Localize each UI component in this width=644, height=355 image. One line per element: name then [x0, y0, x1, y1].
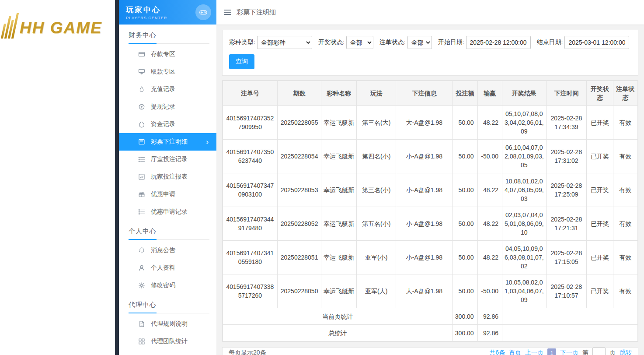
topbar: 彩票下注明细 — [216, 0, 644, 25]
query-button[interactable]: 查询 — [229, 54, 254, 69]
sidebar-item-label: 个人资料 — [151, 264, 175, 272]
cell-lottery-name: 幸运飞艇新 — [321, 173, 357, 207]
sidebar-item-change-password[interactable]: 修改密码 — [119, 277, 216, 294]
sidebar-item-promo-apply-records[interactable]: 优惠申请记录 — [119, 203, 216, 221]
column-header: 注单号 — [223, 81, 278, 106]
sidebar-item-label: 取款专区 — [151, 68, 175, 76]
cell-order-status: 有效 — [613, 173, 637, 207]
cell-play-type: 第三名(大) — [356, 106, 396, 140]
column-header: 投注额 — [453, 81, 477, 106]
current-page-indicator[interactable]: 1 — [547, 348, 556, 355]
cell-draw-result: 10,05,08,02,01,03,04,06,07,09 — [502, 274, 546, 308]
draw-status-select[interactable]: 全部 — [346, 36, 373, 49]
cell-win-loss: 48.22 — [477, 241, 502, 274]
cell-bet-amount: 50.00 — [453, 106, 477, 140]
sidebar-item-profile[interactable]: 个人资料 — [119, 259, 216, 277]
sidebar-item-withdraw-records[interactable]: 提现记录 — [119, 98, 216, 116]
sidebar-item-label: 消息公告 — [151, 246, 175, 254]
gamepad-icon — [195, 4, 211, 20]
end-date-input[interactable] — [564, 36, 629, 49]
cell-draw-status: 已开奖 — [587, 106, 613, 140]
cell-win-loss: -50.00 — [477, 140, 502, 173]
cell-draw-result: 10,08,01,02,04,07,06,05,09,03 — [502, 173, 546, 207]
cell-period: 20250228052 — [277, 207, 321, 241]
sidebar-item-label: 提现记录 — [151, 103, 175, 111]
jump-page-input[interactable] — [592, 348, 606, 355]
cell-play-type: 第四名(小) — [356, 140, 396, 173]
cell-bet-time: 2025-02-28 17:21:31 — [546, 207, 587, 241]
start-date-input[interactable] — [466, 36, 531, 49]
logo: HH GAME — [0, 0, 115, 39]
table-row: 40156917407352790995020250228055幸运飞艇新第三名… — [223, 106, 638, 140]
sidebar-item-label: 厅室投注记录 — [151, 155, 188, 163]
cell-bet-time: 2025-02-28 17:34:39 — [546, 106, 587, 140]
sidebar-header: 玩家中心 PLAYERS CENTER — [119, 0, 216, 25]
table-header-row: 注单号期数彩种名称玩法下注信息投注额输赢开奖结果下注时间开奖状态注单状态 — [223, 81, 638, 106]
sidebar-item-agent-rules[interactable]: 代理规则说明 — [119, 315, 216, 333]
cell-play-type: 亚军(小) — [356, 241, 396, 274]
prev-page-link[interactable]: 上一页 — [525, 349, 543, 355]
cell-bet-amount: 50.00 — [453, 241, 477, 274]
lottery-type-label: 彩种类型: — [229, 39, 255, 46]
sidebar-section-title: 财务中心 — [129, 31, 209, 44]
cell-bet-info: 小-A盘@1.98 — [396, 241, 453, 274]
bell-icon — [138, 247, 145, 254]
sidebar-item-promo-apply[interactable]: 优惠申请 — [119, 186, 216, 203]
sidebar: 玩家中心 PLAYERS CENTER 财务中心存款专区取款专区充值记录提现记录… — [119, 0, 216, 355]
grid-icon — [138, 338, 145, 345]
summary-row-current-page: 当前页统计300.0092.86 — [223, 308, 638, 325]
summary-label: 当前页统计 — [223, 308, 453, 325]
first-page-link[interactable]: 首页 — [509, 349, 521, 355]
sidebar-item-agent-team-stats[interactable]: 代理团队统计 — [119, 333, 216, 350]
summary-empty — [502, 308, 637, 325]
summary-label: 总统计 — [223, 325, 453, 341]
cell-order-no: 401569174073470903100 — [223, 173, 278, 207]
cell-draw-status: 已开奖 — [587, 140, 613, 173]
sidebar-item-deposit-zone[interactable]: 存款专区 — [119, 46, 216, 63]
sidebar-item-announcements[interactable]: 消息公告 — [119, 242, 216, 259]
cell-win-loss: -50.00 — [477, 274, 502, 308]
lottery-type-select[interactable]: 全部彩种 — [257, 36, 312, 49]
cell-draw-status: 已开奖 — [587, 207, 613, 241]
cashout-icon — [138, 103, 145, 110]
cell-lottery-name: 幸运飞艇新 — [321, 140, 357, 173]
cell-order-no: 401569174073385717260 — [223, 274, 278, 308]
cell-period: 20250228054 — [277, 140, 321, 173]
cell-bet-amount: 50.00 — [453, 207, 477, 241]
cell-play-type: 第三名(小) — [356, 173, 396, 207]
bet-table-summary: 当前页统计300.0092.86总统计300.0092.86 — [223, 308, 638, 341]
sidebar-section-title: 代理中心 — [129, 301, 209, 313]
deposit-icon — [138, 51, 145, 58]
cell-win-loss: 48.22 — [477, 173, 502, 207]
jump-prefix-label: 第 — [582, 349, 588, 355]
report-chart-icon — [138, 173, 145, 180]
column-header: 输赢 — [477, 81, 502, 106]
order-status-label: 注单状态: — [379, 39, 406, 46]
jump-suffix-label: 页 — [609, 349, 616, 355]
sidebar-item-label: 资金记录 — [151, 120, 175, 128]
menu-toggle-icon[interactable] — [224, 10, 231, 15]
sidebar-item-lottery-bet-details[interactable]: 彩票下注明细› — [119, 133, 216, 151]
sidebar-item-withdraw-zone[interactable]: 取款专区 — [119, 63, 216, 81]
column-header: 玩法 — [356, 81, 396, 106]
sidebar-item-label: 彩票下注明细 — [151, 138, 188, 146]
filter-panel: 彩种类型: 全部彩种 开奖状态: 全部 注单状态: 全部 开始日期: 结束日期 — [222, 30, 638, 76]
table-row: 40156917407341055918020250228051幸运飞艇新亚军(… — [223, 241, 638, 274]
page-title: 彩票下注明细 — [237, 8, 276, 17]
sidebar-item-recharge-records[interactable]: 充值记录 — [119, 81, 216, 98]
column-header: 彩种名称 — [321, 81, 357, 106]
logo-text: HH GAME — [20, 20, 102, 39]
sidebar-item-hall-bet-records[interactable]: 厅室投注记录 — [119, 151, 216, 168]
cell-order-no: 401569174073527909950 — [223, 106, 278, 140]
sidebar-item-label: 充值记录 — [151, 85, 175, 93]
sidebar-item-player-bet-report[interactable]: 玩家投注报表 — [119, 168, 216, 186]
order-status-select[interactable]: 全部 — [407, 36, 432, 49]
start-date-label: 开始日期: — [438, 39, 464, 46]
main-content: 彩票下注明细 彩种类型: 全部彩种 开奖状态: 全部 注单状态: 全部 开始日 — [216, 0, 644, 355]
cell-order-status: 有效 — [613, 241, 637, 274]
next-page-link[interactable]: 下一页 — [560, 349, 578, 355]
bet-table: 注单号期数彩种名称玩法下注信息投注额输赢开奖结果下注时间开奖状态注单状态 401… — [223, 81, 638, 341]
sidebar-item-label: 代理规则说明 — [151, 320, 188, 328]
sidebar-item-fund-records[interactable]: 资金记录 — [119, 116, 216, 133]
jump-button[interactable]: 跳转 — [620, 349, 632, 355]
